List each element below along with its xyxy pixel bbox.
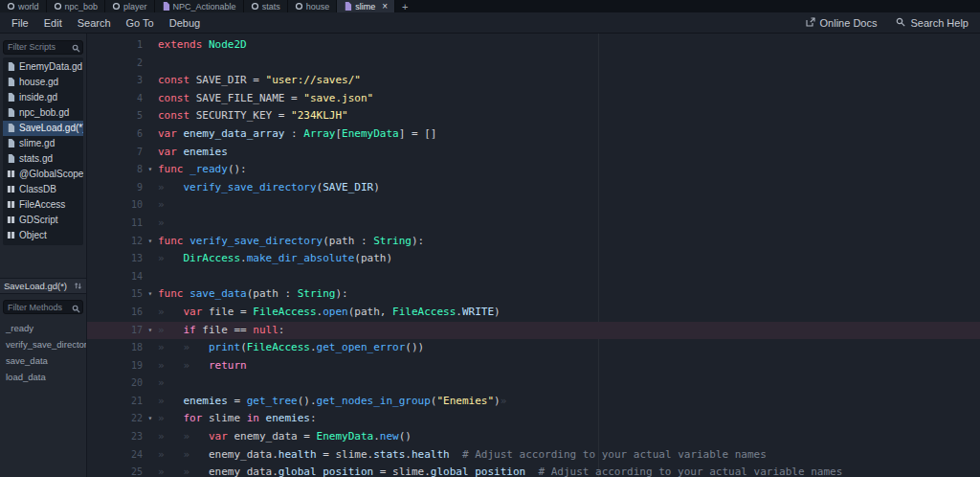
- script-icon: [7, 62, 15, 71]
- code-line-8[interactable]: 8▾func _ready():: [87, 161, 980, 179]
- line-number: 3: [87, 72, 143, 90]
- code-text: » verify_save_directory(SAVE_DIR): [158, 179, 380, 197]
- scene-tab-player[interactable]: player: [105, 0, 155, 12]
- menu-debug[interactable]: Debug: [162, 15, 208, 31]
- script-item-label: npc_bob.gd: [19, 107, 69, 118]
- code-text: func _ready():: [158, 161, 247, 179]
- menu-edit[interactable]: Edit: [36, 15, 70, 31]
- scene-tab-label: stats: [262, 2, 280, 11]
- scene-tab-slime[interactable]: slime×: [337, 0, 395, 12]
- line-number: 15: [87, 285, 143, 304]
- code-text: » » print(FileAccess.get_open_error()): [158, 339, 424, 357]
- fold-arrow-icon[interactable]: ▾: [143, 285, 158, 304]
- code-line-24[interactable]: 24» » enemy_data.health = slime.stats.he…: [87, 446, 980, 465]
- scene-tab-world[interactable]: world: [0, 0, 47, 12]
- code-line-1[interactable]: 1extends Node2D: [87, 36, 980, 55]
- scene-tabs: worldnpc_bobplayerNPC_Actionablestatshou…: [0, 0, 395, 12]
- code-line-5[interactable]: 5const SECURITY_KEY = "234KLJH": [87, 107, 980, 125]
- code-line-18[interactable]: 18» » print(FileAccess.get_open_error()): [87, 339, 980, 357]
- method-item-save_data[interactable]: save_data: [0, 352, 86, 369]
- method-item-_ready[interactable]: _ready: [0, 320, 86, 336]
- script-item-EnemyData.gd[interactable]: EnemyData.gd: [3, 59, 83, 75]
- code-line-25[interactable]: 25» » enemy_data.global_position = slime…: [87, 464, 980, 477]
- code-line-14[interactable]: 14: [87, 268, 980, 286]
- code-text: »: [158, 215, 184, 233]
- fold-gutter: [143, 393, 158, 411]
- code-line-16[interactable]: 16» var file = FileAccess.open(path, Fil…: [87, 304, 980, 322]
- line-number: 14: [87, 268, 143, 286]
- class-icon: [7, 200, 15, 209]
- script-item-inside.gd[interactable]: inside.gd: [3, 90, 83, 105]
- menu-items: FileEditSearchGo ToDebug: [4, 15, 208, 31]
- code-line-21[interactable]: 21» enemies = get_tree().get_nodes_in_gr…: [87, 393, 980, 411]
- script-item-SaveLoad.gd(*)[interactable]: SaveLoad.gd(*): [3, 121, 83, 136]
- node-icon: [251, 2, 259, 11]
- code-line-9[interactable]: 9» verify_save_directory(SAVE_DIR): [87, 179, 980, 197]
- script-item-GDScript[interactable]: GDScript: [3, 213, 83, 228]
- method-item-load_data[interactable]: load_data: [0, 369, 86, 385]
- script-item-Object[interactable]: Object: [3, 228, 83, 243]
- sort-methods-icon[interactable]: [74, 282, 82, 290]
- fold-arrow-icon[interactable]: ▾: [143, 161, 158, 179]
- code-line-4[interactable]: 4const SAVE_FILE_NAME = "save.json": [87, 90, 980, 108]
- method-item-verify_save_directory[interactable]: verify_save_directory: [0, 336, 86, 352]
- script-item-ClassDB[interactable]: ClassDB: [3, 182, 83, 197]
- code-line-17[interactable]: 17▾» if file == null:: [87, 322, 980, 340]
- fold-arrow-icon[interactable]: ▾: [143, 410, 158, 428]
- code-line-10[interactable]: 10»: [87, 196, 980, 215]
- menu-file[interactable]: File: [4, 15, 36, 31]
- script-item-stats.gd[interactable]: stats.gd: [3, 151, 83, 167]
- online-docs-button[interactable]: Online Docs: [798, 15, 885, 31]
- code-text: var enemies: [158, 144, 228, 162]
- code-line-23[interactable]: 23» » var enemy_data = EnemyData.new(): [87, 428, 980, 446]
- fold-arrow-icon[interactable]: ▾: [143, 233, 158, 251]
- fold-gutter: [143, 144, 158, 162]
- code-text: extends Node2D: [158, 36, 247, 55]
- code-line-3[interactable]: 3const SAVE_DIR = "user://saves/": [87, 72, 980, 90]
- menu-go-to[interactable]: Go To: [119, 15, 162, 31]
- fold-arrow-icon[interactable]: ▾: [143, 322, 158, 340]
- code-editor[interactable]: 1extends Node2D23const SAVE_DIR = "user:…: [87, 34, 980, 477]
- code-line-2[interactable]: 2: [87, 55, 980, 73]
- code-text: » var file = FileAccess.open(path, FileA…: [158, 304, 501, 322]
- code-text: » » enemy_data.global_position = slime.g…: [158, 464, 842, 477]
- code-line-6[interactable]: 6var enemy_data_array : Array[EnemyData]…: [87, 125, 980, 144]
- scene-tab-npc_bob[interactable]: npc_bob: [47, 0, 106, 12]
- code-line-7[interactable]: 7var enemies: [87, 144, 980, 162]
- code-text: » » enemy_data.health = slime.stats.heal…: [158, 446, 767, 465]
- code-text: » » return: [158, 357, 247, 375]
- line-number: 17: [87, 322, 143, 340]
- script-icon: [344, 2, 352, 11]
- scene-tab-stats[interactable]: stats: [244, 0, 288, 12]
- search-help-button[interactable]: Search Help: [888, 15, 976, 31]
- current-script-row[interactable]: SaveLoad.gd(*): [0, 278, 86, 294]
- scene-tab-NPC_Actionable[interactable]: NPC_Actionable: [155, 0, 244, 12]
- script-item-house.gd[interactable]: house.gd: [3, 75, 83, 90]
- add-scene-tab-button[interactable]: +: [395, 0, 414, 12]
- code-line-11[interactable]: 11»: [87, 215, 980, 233]
- fold-gutter: [143, 36, 158, 55]
- main-area: EnemyData.gdhouse.gdinside.gdnpc_bob.gdS…: [0, 34, 980, 477]
- code-line-13[interactable]: 13» DirAccess.make_dir_absolute(path): [87, 250, 980, 268]
- script-item-label: house.gd: [19, 77, 58, 87]
- script-item-FileAccess[interactable]: FileAccess: [3, 197, 83, 213]
- fold-gutter: [143, 428, 158, 446]
- code-text: »: [158, 375, 184, 393]
- code-line-19[interactable]: 19» » return: [87, 357, 980, 375]
- code-line-12[interactable]: 12▾func verify_save_directory(path : Str…: [87, 233, 980, 251]
- code-line-20[interactable]: 20»: [87, 375, 980, 393]
- fold-gutter: [143, 446, 158, 465]
- code-line-22[interactable]: 22▾» for slime in enemies:: [87, 410, 980, 428]
- script-item-@GlobalScope[interactable]: @GlobalScope: [3, 167, 83, 182]
- script-item-npc_bob.gd[interactable]: npc_bob.gd: [3, 105, 83, 121]
- code-text: const SAVE_DIR = "user://saves/": [158, 72, 361, 90]
- scene-tab-house[interactable]: house: [288, 0, 338, 12]
- code-line-15[interactable]: 15▾func save_data(path : String):: [87, 285, 980, 304]
- line-number: 1: [87, 36, 143, 55]
- menu-search[interactable]: Search: [70, 15, 119, 31]
- script-icon: [162, 2, 170, 11]
- script-item-slime.gd[interactable]: slime.gd: [3, 136, 83, 151]
- close-tab-icon[interactable]: ×: [382, 2, 388, 11]
- online-docs-label: Online Docs: [820, 17, 878, 29]
- class-icon: [7, 185, 15, 193]
